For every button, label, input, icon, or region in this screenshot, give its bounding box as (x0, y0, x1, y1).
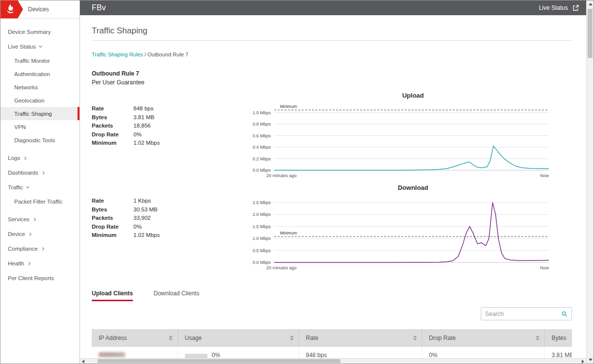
chevron-right-icon (32, 217, 36, 221)
column-header-drop-rate[interactable]: Drop Rate (422, 329, 544, 347)
breadcrumb-link-traffic-shaping-rules[interactable]: Traffic Shaping Rules (92, 52, 143, 57)
svg-text:Minimum: Minimum (280, 104, 297, 109)
svg-text:20 minutes ago: 20 minutes ago (266, 265, 297, 270)
upload-droprate-value: 0% (133, 130, 142, 139)
sidebar-item-diagnostic-tools[interactable]: Diagnostic Tools (0, 133, 79, 147)
scroll-right-arrow-icon[interactable] (582, 360, 584, 364)
main-panel: FBv Live Status Traffic Shaping Traffic … (80, 0, 586, 364)
scroll-down-arrow-icon[interactable] (589, 359, 593, 361)
app-window: Devices Device Summary Live Status Traff… (0, 0, 594, 364)
live-status-button[interactable]: Live Status (539, 4, 579, 11)
column-header-usage[interactable]: Usage (178, 329, 299, 347)
horizontal-scrollbar-thumb[interactable] (98, 359, 340, 363)
sidebar-item-traffic-monitor[interactable]: Traffic Monitor (0, 54, 79, 67)
chevron-right-icon (23, 156, 26, 159)
sidebar-item-dashboards[interactable]: Dashboards (0, 165, 79, 180)
upload-chart-block: Upload 1.0 Mbps0.8 Mbps0.6 Mbps0.4 Mbps0… (248, 92, 572, 183)
svg-text:2.0 Mbps: 2.0 Mbps (253, 212, 271, 217)
svg-text:Now: Now (540, 173, 549, 178)
breadcrumb-current: Outbound Rule 7 (148, 52, 188, 57)
upload-bytes-value: 3.81 MB (133, 113, 155, 122)
sidebar-item-device[interactable]: Device (0, 227, 79, 241)
sidebar-item-networks[interactable]: Networks (0, 80, 79, 94)
sidebar-item-vpn[interactable]: VPN (0, 120, 79, 133)
chevron-down-icon (39, 44, 42, 48)
svg-text:0.0 Mbps: 0.0 Mbps (253, 260, 271, 265)
sidebar-item-geolocation[interactable]: Geolocation (0, 94, 79, 107)
sidebar-item-live-status[interactable]: Live Status (0, 39, 79, 54)
scroll-left-arrow-icon[interactable] (82, 360, 84, 364)
rule-name: Outbound Rule 7 (92, 70, 572, 77)
chevron-right-icon (41, 171, 45, 174)
sort-icon[interactable] (536, 336, 540, 340)
flame-icon (3, 3, 16, 16)
sort-icon[interactable] (290, 336, 294, 340)
sidebar-item-services[interactable]: Services (0, 212, 79, 227)
device-title: FBv (92, 3, 106, 12)
sidebar-item-authentication[interactable]: Authentication (0, 67, 79, 80)
sidebar-item-traffic[interactable]: Traffic (0, 180, 79, 195)
download-rate-value: 1 Kbps (133, 197, 151, 206)
scroll-up-arrow-icon[interactable] (589, 3, 593, 5)
page-content: Traffic Shaping Traffic Shaping Rules / … (80, 26, 586, 364)
ip-address-blurred (99, 352, 125, 357)
svg-text:1.5 Mbps: 1.5 Mbps (253, 224, 271, 229)
clients-tabs: Upload Clients Download Clients (92, 290, 572, 301)
svg-text:0.6 Mbps: 0.6 Mbps (253, 133, 271, 138)
download-droprate-value: 0% (133, 223, 142, 232)
sidebar-item-compliance[interactable]: Compliance (0, 241, 79, 256)
download-bytes-value: 30.53 MB (133, 206, 157, 214)
search-input[interactable] (485, 311, 561, 317)
download-stats: Rate1 Kbps Bytes30.53 MB Packets33,902 D… (92, 184, 248, 275)
column-header-rate[interactable]: Rate (299, 329, 422, 347)
sidebar-brand-row: Devices (0, 0, 79, 19)
download-minimum-value: 1.02 Mbps (133, 231, 160, 240)
svg-text:Minimum: Minimum (280, 231, 297, 235)
column-header-ip-address[interactable]: IP Address (92, 329, 178, 347)
sidebar-item-device-summary[interactable]: Device Summary (0, 25, 79, 39)
sort-icon[interactable] (413, 336, 417, 340)
sidebar-nav: Device Summary Live Status Traffic Monit… (0, 19, 79, 286)
svg-text:Now: Now (540, 265, 549, 270)
svg-text:0.8 Mbps: 0.8 Mbps (253, 122, 271, 127)
svg-text:0.5 Mbps: 0.5 Mbps (253, 248, 271, 253)
breadcrumb: Traffic Shaping Rules / Outbound Rule 7 (92, 52, 572, 57)
sidebar-item-traffic-shaping[interactable]: Traffic Shaping (0, 107, 79, 120)
download-chart-block: Download 2.5 Mbps2.0 Mbps1.5 Mbps1.0 Mbp… (248, 184, 572, 275)
usage-bar (185, 354, 207, 358)
upload-rate-value: 848 bps (133, 104, 154, 113)
vertical-scrollbar-thumb[interactable] (588, 9, 593, 58)
chevron-right-icon (28, 232, 31, 235)
sidebar-item-packet-filter-traffic[interactable]: Packet Filter Traffic (0, 195, 79, 208)
upload-chart: 1.0 Mbps0.8 Mbps0.6 Mbps0.4 Mbps0.2 Mbps… (248, 100, 572, 183)
rule-header: Outbound Rule 7 Per User Guarantee (92, 70, 572, 86)
svg-text:0.4 Mbps: 0.4 Mbps (253, 145, 271, 150)
upload-chart-title: Upload (248, 92, 552, 100)
download-packets-value: 33,902 (133, 214, 151, 223)
top-header: FBv Live Status (80, 0, 586, 15)
sidebar: Devices Device Summary Live Status Traff… (0, 0, 80, 364)
sort-icon[interactable] (169, 336, 173, 340)
download-chart-title: Download (248, 184, 552, 192)
external-link-icon (572, 4, 579, 11)
search-row (92, 307, 572, 320)
rule-subtitle: Per User Guarantee (92, 79, 572, 86)
svg-text:0.2 Mbps: 0.2 Mbps (253, 156, 271, 161)
upload-packets-value: 18,856 (133, 122, 151, 130)
brand-label: Devices (28, 6, 49, 13)
svg-text:20 minutes ago: 20 minutes ago (266, 173, 297, 178)
chevron-right-icon (41, 247, 44, 250)
tab-upload-clients[interactable]: Upload Clients (92, 290, 133, 301)
sidebar-item-per-client-reports[interactable]: Per Client Reports (0, 271, 79, 286)
flame-logo-banner (0, 0, 23, 19)
search-box (481, 307, 572, 320)
page-title: Traffic Shaping (92, 26, 572, 41)
vertical-scrollbar[interactable] (586, 0, 594, 364)
sidebar-item-health[interactable]: Health (0, 256, 79, 271)
sidebar-item-logs[interactable]: Logs (0, 151, 79, 165)
table-header-row: IP Address Usage Rate Drop Rate Bytes (92, 329, 572, 347)
search-icon[interactable] (561, 310, 568, 318)
tab-download-clients[interactable]: Download Clients (154, 290, 199, 301)
column-header-bytes[interactable]: Bytes (544, 329, 572, 347)
horizontal-scrollbar[interactable] (80, 358, 586, 364)
